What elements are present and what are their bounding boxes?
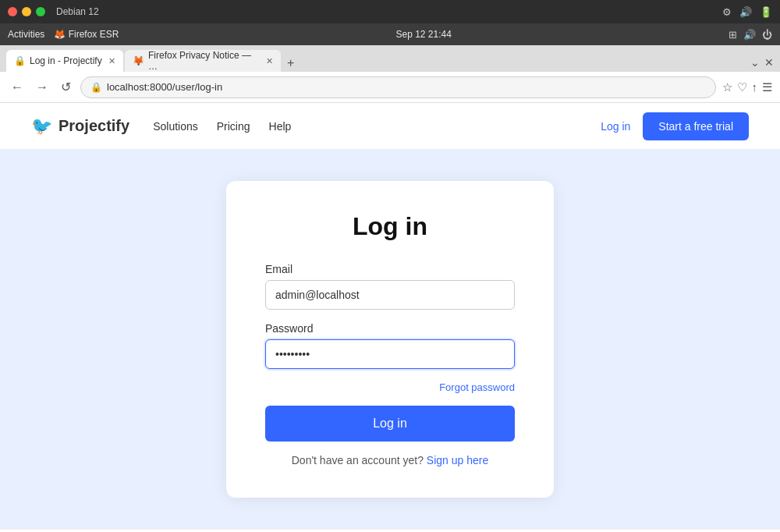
site-logo: 🐦 Projectify [31,116,129,137]
signup-text: Don't have an account yet? Sign up here [265,454,515,466]
taskbar-firefox[interactable]: 🦊 Firefox ESR [54,29,119,40]
forgot-password-link[interactable]: Forgot password [265,381,515,393]
tab-list-icon[interactable]: ⌄ [750,56,760,69]
taskbar-right: ⊞ 🔊 ⏻ [729,29,772,41]
desktop-title: Debian 12 [56,6,99,17]
url-lock-icon: 🔒 [90,82,102,93]
tab-close-projectify[interactable]: ✕ [108,56,115,66]
nav-pricing[interactable]: Pricing [217,120,250,133]
trial-button[interactable]: Start a free trial [643,112,749,140]
site-nav: 🐦 Projectify Solutions Pricing Help Log … [0,103,780,150]
tab-privacy[interactable]: 🦊 Firefox Privacy Notice — … ✕ [125,50,281,72]
login-title: Log in [265,212,515,241]
site-footer: 🐦 Projectify Product Resources Company S… [0,529,780,532]
desktop-icon-battery: 🔋 [760,6,772,18]
taskbar: Activities 🦊 Firefox ESR Sep 12 21:44 ⊞ … [0,23,780,45]
tab-label-projectify: Log in - Projectify [30,55,102,66]
nav-links: Solutions Pricing Help [153,120,291,133]
login-link[interactable]: Log in [601,120,630,133]
tab-add-button[interactable]: + [282,56,299,70]
bookmark-icon[interactable]: ☆ [722,80,732,94]
desktop-right-icons: ⚙ 🔊 🔋 [722,6,772,18]
tab-favicon-projectify: 🔒 [14,55,25,66]
taskbar-power-icon: ⏻ [762,29,772,41]
reload-button[interactable]: ↺ [58,78,74,96]
desktop-bar: Debian 12 ⚙ 🔊 🔋 [0,0,780,23]
menu-icon[interactable]: ☰ [762,80,772,94]
traffic-light-red[interactable] [8,7,17,16]
email-label: Email [265,263,515,275]
logo-icon: 🐦 [31,116,52,137]
tab-bar-right: ⌄ ✕ [750,56,774,72]
address-bar-right: ☆ ♡ ↑ ☰ [722,80,773,94]
traffic-light-yellow[interactable] [22,7,31,16]
tab-projectify[interactable]: 🔒 Log in - Projectify ✕ [6,50,123,72]
url-text: localhost:8000/user/log-in [107,81,222,93]
nav-help[interactable]: Help [269,120,292,133]
desktop-icon-settings: ⚙ [722,6,732,18]
traffic-light-green[interactable] [36,7,45,16]
email-input[interactable] [265,280,515,310]
main-content: Log in Email Password Forgot password Lo… [0,150,780,529]
tab-close-privacy[interactable]: ✕ [266,56,273,66]
signup-link[interactable]: Sign up here [427,454,488,466]
tab-bar: 🔒 Log in - Projectify ✕ 🦊 Firefox Privac… [0,45,780,72]
tab-favicon-privacy: 🦊 [133,55,144,66]
logo-text: Projectify [58,117,129,135]
login-card: Log in Email Password Forgot password Lo… [226,181,554,498]
share-icon[interactable]: ↑ [752,80,758,94]
page-content: 🐦 Projectify Solutions Pricing Help Log … [0,103,780,532]
tab-label-privacy: Firefox Privacy Notice — … [148,50,261,72]
taskbar-activities[interactable]: Activities [8,29,44,40]
back-button[interactable]: ← [8,79,27,96]
desktop-icon-network: 🔊 [739,6,752,18]
taskbar-network-icon: ⊞ [729,29,737,41]
url-bar[interactable]: 🔒 localhost:8000/user/log-in [80,76,716,98]
password-input[interactable] [265,339,515,369]
taskbar-clock: Sep 12 21:44 [128,29,719,40]
nav-solutions[interactable]: Solutions [153,120,198,133]
address-bar: ← → ↺ 🔒 localhost:8000/user/log-in ☆ ♡ ↑… [0,72,780,103]
signup-prompt: Don't have an account yet? [292,454,424,466]
nav-right: Log in Start a free trial [601,112,749,140]
password-label: Password [265,322,515,335]
forward-button[interactable]: → [33,79,51,96]
reader-mode-icon[interactable]: ♡ [737,80,747,94]
taskbar-sound-icon: 🔊 [743,29,756,41]
browser-window: 🔒 Log in - Projectify ✕ 🦊 Firefox Privac… [0,45,780,532]
login-submit-button[interactable]: Log in [265,406,515,442]
tab-close-window-icon[interactable]: ✕ [764,56,774,69]
